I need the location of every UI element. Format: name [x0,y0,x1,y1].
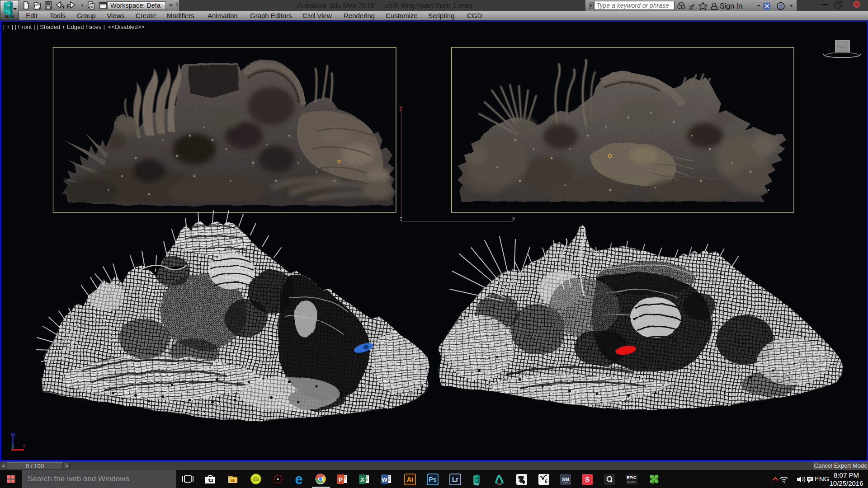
svg-text:6: 6 [545,479,547,484]
svg-text:?: ? [779,4,782,10]
svg-text:Ps: Ps [429,476,436,483]
svg-text:Ai: Ai [407,476,413,483]
svg-text:P: P [339,476,343,483]
svg-text:MAX: MAX [5,14,14,19]
svg-text:y: y [400,104,402,111]
svg-text:X: X [360,476,364,483]
svg-text:SM: SM [562,477,570,482]
svg-text:FLE: FLE [497,483,501,485]
svg-text:GAMES: GAMES [627,481,636,483]
svg-text:Sign In: Sign In [720,2,742,10]
svg-text:3DS: 3DS [474,483,479,485]
svg-text:e: e [295,472,302,487]
svg-text:x: x [23,442,25,449]
svg-text:y: y [11,443,14,449]
svg-text:EPIC: EPIC [627,475,637,480]
svg-text:W: W [382,476,387,483]
svg-text:FRONT: FRONT [837,45,848,48]
svg-text:S: S [585,475,590,483]
svg-text:z: z [400,216,402,222]
svg-text:Lr: Lr [452,476,459,483]
svg-text:x: x [512,216,515,222]
